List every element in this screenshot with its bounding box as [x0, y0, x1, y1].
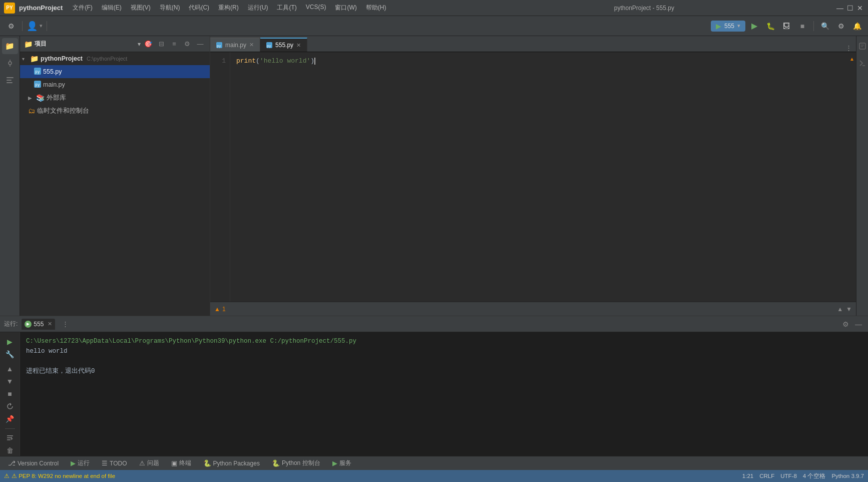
code-func-print: print	[236, 57, 256, 65]
project-panel: 📁 项目 ▾ 🎯 ⊟ ≡ ⚙ — ▾ 📁 pythonProject C:\py…	[20, 36, 210, 316]
project-panel-dots-icon[interactable]: ≡	[169, 39, 180, 50]
tree-item-temp-files[interactable]: 🗂 临时文件和控制台	[20, 104, 210, 117]
right-gutter: ▲	[848, 52, 856, 302]
status-indent[interactable]: 4 个空格	[803, 472, 826, 480]
expand-code-button[interactable]: ▲	[837, 306, 843, 313]
run-config-dropdown[interactable]: ▶ 555 ▾	[711, 21, 745, 32]
btm-tab-python-console[interactable]: 🐍 Python 控制台	[266, 457, 326, 469]
collapse-code-button[interactable]: ▼	[846, 306, 852, 313]
editor-area: py main.py ✕ py 555.py ✕ ⋮ 1 prin	[210, 36, 856, 316]
menu-help[interactable]: 帮助(H)	[362, 3, 390, 13]
status-encoding[interactable]: UTF-8	[780, 473, 797, 479]
right-sidebar-icon-2[interactable]	[854, 55, 869, 71]
tree-item-external-libs[interactable]: ▶ 📚 外部库	[20, 91, 210, 104]
close-button[interactable]: ✕	[856, 4, 864, 12]
btm-tab-version-control[interactable]: ⎇ Version Control	[2, 457, 65, 469]
run-trash-button[interactable]: 🗑	[4, 445, 16, 456]
run-scroll-up-button[interactable]: ▲	[4, 363, 16, 374]
status-cursor-pos[interactable]: 1:21	[742, 473, 753, 479]
btm-tab-todo[interactable]: ☰ TODO	[96, 457, 133, 469]
status-line-separator[interactable]: CRLF	[759, 473, 774, 479]
version-control-icon: ⎇	[8, 459, 16, 467]
user-account-area[interactable]: 👤 ▾	[27, 21, 43, 32]
run-wrap-button[interactable]	[4, 433, 16, 443]
sidebar-project-icon[interactable]: 📁	[2, 38, 18, 54]
tree-item-555py[interactable]: py 555.py	[20, 65, 210, 78]
run-label: 运行:	[4, 320, 18, 328]
sidebar-structure-icon[interactable]	[2, 72, 18, 88]
stop-button[interactable]: ■	[795, 19, 809, 33]
temp-files-label: 临时文件和控制台	[37, 107, 89, 115]
btm-tab-python-packages[interactable]: 🐍 Python Packages	[197, 457, 266, 469]
btm-tab-run[interactable]: ▶ 运行	[65, 457, 96, 469]
todo-icon: ☰	[102, 459, 108, 467]
code-open-paren: (	[256, 57, 260, 65]
warning-count: 1	[222, 306, 226, 313]
tab-mainpy-close[interactable]: ✕	[249, 42, 254, 48]
run-tab-name: 555	[34, 321, 44, 328]
status-python-version[interactable]: Python 3.9.7	[831, 473, 864, 479]
run-panel-controls: ⚙ —	[840, 319, 864, 330]
run-output-exit: 进程已结束，退出代码0	[26, 366, 862, 376]
menu-edit[interactable]: 编辑(E)	[98, 3, 126, 13]
warning-count-button[interactable]: ▲ 1	[214, 306, 226, 313]
project-panel-minus-icon[interactable]: —	[195, 39, 206, 50]
libs-arrow-icon: ▶	[28, 95, 34, 101]
menu-run[interactable]: 运行(U)	[244, 3, 272, 13]
tab-mainpy[interactable]: py main.py ✕	[210, 38, 260, 52]
run-scroll-down-button[interactable]: ▼	[4, 376, 16, 386]
menu-refactor[interactable]: 重构(R)	[214, 3, 243, 13]
run-pin-button[interactable]: 📌	[4, 414, 16, 424]
debug-button[interactable]: 🐛	[763, 19, 777, 33]
right-sidebar-icon-1[interactable]	[854, 38, 869, 54]
project-panel-title: 项目	[35, 40, 136, 48]
menu-view[interactable]: 视图(V)	[127, 3, 155, 13]
svg-rect-3	[7, 77, 14, 78]
run-panel-settings-button[interactable]: ⚙	[840, 319, 851, 330]
coverage-button[interactable]: ⛾	[779, 19, 793, 33]
btm-tab-problems[interactable]: ⚠ 问题	[133, 457, 165, 469]
code-editor[interactable]: 1 print('hello world') ▲	[210, 52, 856, 302]
project-panel-locate-icon[interactable]: 🎯	[143, 39, 154, 50]
project-panel-header: 📁 项目 ▾ 🎯 ⊟ ≡ ⚙ —	[20, 36, 210, 52]
svg-rect-20	[7, 437, 12, 438]
code-content[interactable]: print('hello world')	[230, 52, 848, 302]
toolbar-settings-icon[interactable]: ⚙	[4, 19, 18, 33]
tab-555py[interactable]: py 555.py ✕	[260, 38, 307, 52]
tree-root[interactable]: ▾ 📁 pythonProject C:\pythonProject	[20, 52, 210, 65]
btm-tab-python-packages-label: Python Packages	[213, 460, 260, 467]
tree-item-mainpy[interactable]: py main.py	[20, 78, 210, 91]
run-config-chevron: ▾	[737, 23, 740, 29]
btm-tab-services[interactable]: ▶ 服务	[326, 457, 357, 469]
run-wrench-button[interactable]: 🔧	[4, 349, 16, 359]
maximize-button[interactable]: ☐	[846, 4, 854, 12]
terminal-icon: ▣	[171, 459, 177, 467]
project-dropdown-chevron[interactable]: ▾	[138, 41, 141, 48]
run-rerun-button[interactable]	[4, 401, 16, 412]
notifications-button[interactable]: 🔔	[850, 19, 864, 33]
settings-gear-button[interactable]: ⚙	[834, 19, 848, 33]
menu-code[interactable]: 代码(C)	[185, 3, 213, 13]
menu-navigate[interactable]: 导航(N)	[156, 3, 184, 13]
run-panel-more-button[interactable]: ⋮	[59, 318, 71, 330]
project-panel-collapse-icon[interactable]: ⊟	[156, 39, 167, 50]
run-tab-555[interactable]: ▶ 555 ✕	[22, 319, 55, 330]
text-cursor	[314, 58, 315, 65]
menu-vcs[interactable]: VCS(S)	[302, 3, 330, 13]
run-panel-minimize-button[interactable]: —	[853, 319, 864, 330]
btm-tab-vc-label: Version Control	[18, 460, 59, 467]
run-tab-close[interactable]: ✕	[48, 321, 52, 327]
project-panel-settings-icon[interactable]: ⚙	[182, 39, 193, 50]
menu-window[interactable]: 窗口(W)	[331, 3, 360, 13]
menu-tools[interactable]: 工具(T)	[273, 3, 300, 13]
run-button[interactable]: ▶	[747, 19, 761, 33]
menu-file[interactable]: 文件(F)	[69, 3, 96, 13]
status-pep-warning[interactable]: ⚠ ⚠ PEP 8: W292 no newline at end of fil…	[4, 472, 115, 479]
btm-tab-terminal[interactable]: ▣ 终端	[165, 457, 197, 469]
run-play-button[interactable]: ▶	[4, 336, 16, 347]
run-stop-button[interactable]: ■	[4, 389, 16, 399]
search-everywhere-button[interactable]: 🔍	[818, 19, 832, 33]
sidebar-commit-icon[interactable]	[2, 55, 18, 71]
minimize-button[interactable]: —	[836, 4, 844, 12]
tab-555py-close[interactable]: ✕	[296, 42, 301, 49]
